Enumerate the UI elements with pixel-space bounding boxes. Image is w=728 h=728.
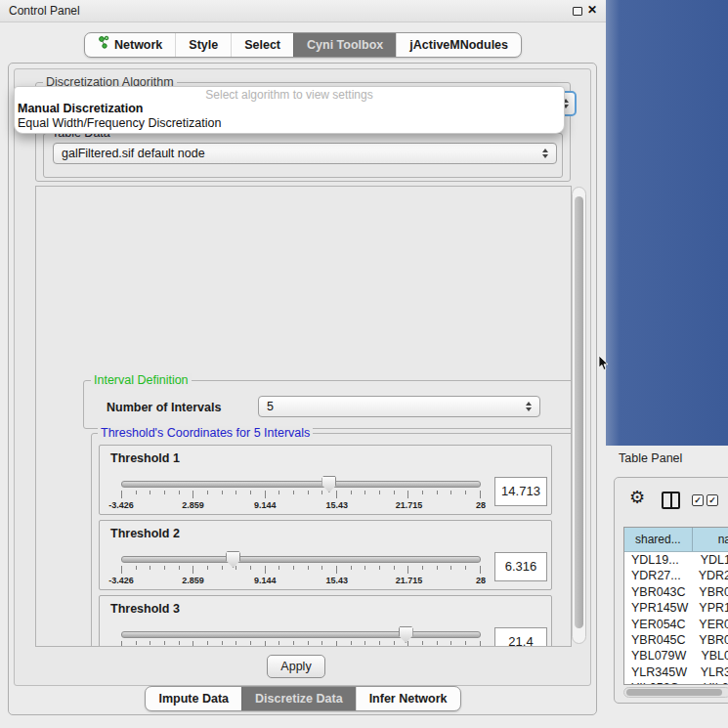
tick-mark — [164, 641, 165, 645]
apply-button[interactable]: Apply — [267, 655, 325, 678]
tick-mark — [136, 641, 137, 645]
network-desktop-frame: GAL80GACGAL11GAL4GCY1HHAP2 — [606, 0, 728, 446]
tab-cyni-toolbox[interactable]: Cyni Toolbox — [293, 33, 396, 57]
tick-mark — [351, 491, 352, 494]
scale-label: 9.144 — [254, 500, 277, 510]
tick-mark — [150, 641, 150, 645]
tick-mark — [236, 566, 236, 570]
tick-mark — [450, 491, 451, 494]
table-horizontal-scrollbar[interactable] — [623, 687, 728, 698]
slider-track[interactable] — [121, 556, 481, 563]
scale-label: 28 — [476, 500, 486, 510]
table-row[interactable]: YBR043CYBR0 — [624, 584, 728, 600]
table-row[interactable]: YBR045CYBR0 — [624, 632, 728, 648]
tick-mark — [450, 566, 451, 570]
threshold-value-field[interactable]: 6.316 — [494, 552, 547, 581]
number-of-intervals-combobox[interactable]: 5 — [258, 396, 540, 417]
tab-jactivemnodules[interactable]: jActiveMNodules — [396, 33, 521, 57]
threshold-panel-1: Threshold 1-3.4262.8599.14415.4321.71528… — [99, 445, 552, 515]
cell-shared-name: YIL052C — [624, 680, 699, 685]
popup-option-manual-discretization[interactable]: Manual Discretization — [15, 102, 564, 116]
split-columns-icon[interactable] — [662, 492, 680, 509]
cell-name: YBR0 — [694, 584, 728, 600]
scale-label: 9.144 — [254, 576, 277, 585]
table-row[interactable]: YPR145WYPR1 — [624, 600, 728, 616]
float-window-icon[interactable] — [573, 7, 582, 16]
tick-mark — [207, 566, 208, 570]
tick-mark — [121, 566, 122, 574]
scale-label: 28 — [476, 576, 486, 585]
slider-track[interactable] — [121, 481, 481, 488]
tab-infer-network[interactable]: Infer Network — [356, 687, 460, 710]
checkbox-icon[interactable]: ✓ — [692, 494, 704, 506]
threshold-value-field[interactable]: 21.4 — [494, 627, 547, 647]
tick-mark — [480, 491, 481, 498]
tick-mark — [265, 641, 266, 647]
tab-label: Style — [189, 33, 218, 57]
threshold-label: Threshold 2 — [110, 527, 180, 540]
number-of-intervals-value: 5 — [267, 400, 274, 413]
tab-label: jActiveMNodules — [409, 33, 508, 57]
tab-label: Cyni Toolbox — [307, 33, 383, 57]
number-of-intervals-label: Number of Intervals — [107, 401, 221, 414]
popup-option-equal-width-frequency[interactable]: Equal Width/Frequency Discretization — [15, 116, 564, 131]
tab-select[interactable]: Select — [231, 33, 293, 57]
tick-mark — [407, 641, 408, 647]
tick-mark — [308, 641, 309, 645]
tick-mark — [465, 566, 466, 570]
tab-discretize-data[interactable]: Discretize Data — [241, 687, 356, 710]
tick-mark — [136, 566, 137, 570]
tick-mark — [250, 566, 251, 570]
table-row[interactable]: YDL19...YDL1 — [624, 552, 728, 568]
tick-mark — [422, 641, 423, 645]
table-data-combobox[interactable]: galFiltered.sif default node — [53, 143, 557, 164]
tab-network[interactable]: Network — [85, 33, 175, 57]
table-header-row: shared... na — [624, 528, 728, 552]
table-row[interactable]: YDR27...YDR2 — [624, 568, 728, 583]
table-row[interactable]: YLR345WYLR3 — [624, 664, 728, 680]
cell-shared-name: YPR145W — [624, 600, 694, 616]
gear-icon[interactable]: ⚙ — [629, 489, 645, 506]
slider-track[interactable] — [121, 631, 481, 638]
table-row[interactable]: YER054CYER0 — [624, 617, 728, 632]
slider-scale-labels: -3.4262.8599.14415.4321.71528 — [121, 500, 481, 511]
settings-vertical-scrollbar[interactable] — [572, 187, 586, 644]
threshold-list: Threshold 1-3.4262.8599.14415.4321.71528… — [99, 445, 552, 647]
table-row[interactable]: YIL052CYIL0 — [624, 680, 728, 685]
tick-mark — [250, 641, 251, 645]
tick-mark — [265, 491, 266, 498]
tick-mark — [308, 491, 309, 494]
table-rows: YDL19...YDL1YDR27...YDR2YBR043CYBR0YPR14… — [624, 552, 728, 685]
combo-stepper-icon — [526, 401, 533, 412]
tick-mark — [379, 491, 380, 494]
tick-mark — [364, 491, 365, 494]
threshold-value-field[interactable]: 14.713 — [494, 477, 547, 506]
cell-name: YER0 — [694, 617, 728, 632]
cell-name: YDR2 — [694, 568, 728, 583]
cell-name: YIL0 — [699, 680, 728, 685]
cell-shared-name: YER054C — [624, 617, 694, 632]
table-row[interactable]: YBL079WYBL0 — [624, 648, 728, 664]
tick-mark — [293, 641, 294, 645]
top-tab-bar: NetworkStyleSelectCyni ToolboxjActiveMNo… — [0, 32, 606, 58]
tick-mark — [379, 641, 380, 645]
tick-mark — [222, 566, 223, 570]
panel-title: Control Panel — [9, 4, 80, 18]
node-table[interactable]: shared... na YDL19...YDL1YDR27...YDR2YBR… — [623, 527, 728, 685]
scrollbar-thumb[interactable] — [575, 196, 583, 628]
scrollbar-thumb[interactable] — [626, 689, 722, 696]
tick-mark — [394, 491, 395, 494]
tick-mark — [450, 641, 451, 645]
tab-impute-data[interactable]: Impute Data — [146, 687, 241, 710]
checkbox-icon[interactable]: ✓ — [707, 494, 718, 506]
tab-style[interactable]: Style — [175, 33, 231, 57]
cell-name: YDL1 — [696, 552, 728, 568]
threshold-slider: -3.4262.8599.14415.4321.71528 — [121, 625, 481, 647]
tick-mark — [278, 491, 279, 494]
column-header-shared-name[interactable]: shared... — [624, 528, 693, 551]
column-header-name[interactable]: na — [693, 528, 728, 551]
interval-definition-title: Interval Definition — [91, 373, 192, 387]
tick-mark — [465, 641, 466, 645]
close-icon[interactable]: ✕ — [587, 3, 597, 17]
cell-shared-name: YLR345W — [624, 664, 696, 680]
